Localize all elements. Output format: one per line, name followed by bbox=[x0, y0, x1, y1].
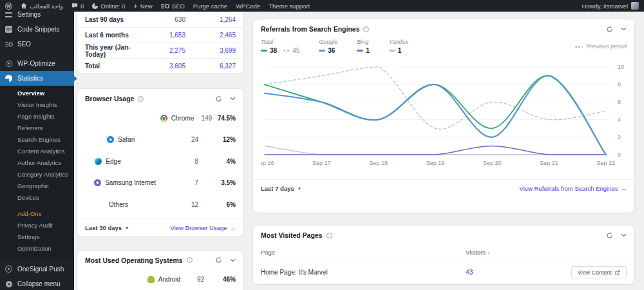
submenu-geographic[interactable]: Geographic bbox=[0, 180, 74, 191]
referrals-chart[interactable]: 0246810Sep 16Sep 17Sep 18Sep 19Sep 20Sep… bbox=[261, 59, 627, 179]
summary-views[interactable]: 3,699 bbox=[185, 47, 236, 54]
google-dash-icon bbox=[319, 50, 325, 52]
svg-text:Sep 22: Sep 22 bbox=[597, 160, 616, 166]
legend-bing[interactable]: Bing 1 bbox=[357, 39, 370, 54]
visitors-count-link[interactable]: 43 bbox=[466, 269, 571, 276]
chevron-down-icon[interactable] bbox=[230, 258, 236, 262]
submenu-author-analytics[interactable]: Author Analytics bbox=[0, 157, 74, 168]
view-browser-usage-link[interactable]: View Browser Usage → bbox=[170, 224, 236, 231]
right-column: Referrals from Search Engines i Total 38… bbox=[253, 12, 634, 290]
arrow-right-icon: → bbox=[230, 224, 236, 231]
os-row-android[interactable]: Android 92 46% bbox=[85, 272, 236, 287]
view-referrals-link[interactable]: View Referrals from Search Engines → bbox=[520, 185, 627, 192]
seo-label: SEO bbox=[172, 3, 185, 10]
comments-menu[interactable]: 0 bbox=[71, 3, 84, 10]
summary-label: Last 6 months bbox=[85, 32, 143, 39]
refresh-icon[interactable] bbox=[215, 95, 222, 102]
sidebar-item-collapse-menu[interactable]: Collapse menu bbox=[0, 276, 74, 290]
chevron-down-icon[interactable] bbox=[621, 27, 627, 31]
submenu-category-analytics[interactable]: Category Analytics bbox=[0, 168, 74, 180]
browser-row-chrome[interactable]: Chrome 149 74.5% bbox=[85, 110, 236, 126]
period-dropdown[interactable]: Last 30 days ▼ bbox=[85, 224, 129, 231]
browser-row-samsung-internet[interactable]: Samsung Internet 7 3.5% bbox=[85, 175, 236, 191]
submenu-search-engines[interactable]: Search Engines bbox=[0, 133, 74, 145]
submenu-visitor-insights[interactable]: Visitor Insights bbox=[0, 99, 74, 110]
svg-text:8: 8 bbox=[618, 81, 621, 88]
sidebar-item-code-snippets[interactable]: </> Code Snippets bbox=[0, 22, 74, 37]
submenu-devices[interactable]: Devices bbox=[0, 191, 74, 203]
refresh-icon[interactable] bbox=[215, 256, 222, 264]
sidebar-item-wp-optimize[interactable]: WP-Optimize bbox=[0, 56, 74, 71]
card-title: Most Used Operating Systems bbox=[85, 256, 183, 264]
sort-desc-icon: ↓ bbox=[488, 249, 491, 256]
submenu-referrers[interactable]: Referrers bbox=[0, 122, 74, 133]
theme-support-menu[interactable]: Theme support bbox=[269, 3, 310, 10]
sidebar-item-statistics[interactable]: Statistics bbox=[0, 71, 74, 86]
chrome-icon bbox=[160, 115, 167, 122]
submenu-settings[interactable]: Settings bbox=[0, 231, 74, 242]
info-icon[interactable]: i bbox=[363, 26, 369, 32]
legend-google[interactable]: Google 36 bbox=[319, 39, 337, 54]
column-page[interactable]: Page bbox=[261, 249, 466, 256]
column-visitors[interactable]: Visitors ↓ bbox=[466, 249, 627, 256]
legend-yandex[interactable]: Yandex 1 bbox=[389, 39, 408, 54]
sidebar-item-seo[interactable]: SEO bbox=[0, 37, 74, 52]
purge-cache-menu[interactable]: Purge cache bbox=[193, 3, 227, 10]
submenu-overview[interactable]: Overview bbox=[0, 87, 74, 99]
legend-value: 38 bbox=[270, 47, 277, 54]
submenu-add-ons[interactable]: Add-Ons bbox=[0, 208, 74, 219]
admin-bar: W واحة العجائب 0 Online: 0 + New SEO Pur… bbox=[0, 0, 644, 12]
wpcode-menu[interactable]: WPCode bbox=[236, 3, 260, 10]
browser-pct: 12% bbox=[198, 136, 236, 143]
online-menu[interactable]: Online: 0 bbox=[92, 3, 125, 10]
chevron-down-icon[interactable] bbox=[230, 97, 236, 101]
info-icon[interactable]: i bbox=[138, 96, 144, 102]
sidebar-item-onesignal[interactable]: OneSignal Push bbox=[0, 262, 74, 276]
summary-views[interactable]: 2,465 bbox=[185, 32, 236, 39]
browser-count: 8 bbox=[170, 158, 198, 165]
svg-text:Sep 20: Sep 20 bbox=[483, 160, 502, 166]
summary-label: Last 90 days bbox=[85, 16, 143, 23]
new-menu[interactable]: + New bbox=[133, 2, 152, 10]
refresh-icon[interactable] bbox=[606, 232, 613, 239]
table-row: Home Page: It's Marvel 43 View Content bbox=[253, 260, 634, 284]
summary-visitors[interactable]: 1,653 bbox=[143, 32, 185, 39]
submenu-optimization[interactable]: Optimization bbox=[0, 242, 74, 254]
summary-views[interactable]: 6,327 bbox=[185, 63, 236, 70]
info-icon[interactable]: i bbox=[187, 257, 193, 263]
site-name: واحة العجائب bbox=[30, 3, 63, 10]
howdy-menu[interactable]: Howdy, itsmarvel bbox=[582, 3, 628, 10]
summary-label: Total bbox=[85, 63, 143, 70]
legend-total[interactable]: Total 38 45 bbox=[261, 39, 299, 54]
wpcode-label: WPCode bbox=[236, 3, 260, 10]
sidebar-item-label: Settings bbox=[17, 11, 41, 18]
period-dropdown[interactable]: Last 7 days ▼ bbox=[261, 185, 301, 192]
summary-visitors[interactable]: 2,275 bbox=[143, 47, 185, 54]
link-label: View Referrals from Search Engines bbox=[520, 185, 618, 192]
view-content-button[interactable]: View Content bbox=[571, 266, 627, 278]
info-icon[interactable]: i bbox=[327, 233, 332, 238]
browser-row-others[interactable]: Others 12 6% bbox=[85, 197, 236, 212]
refresh-icon[interactable] bbox=[606, 26, 613, 33]
browser-row-edge[interactable]: Edge 8 4% bbox=[85, 153, 236, 169]
os-name: Android bbox=[158, 276, 180, 283]
summary-visitors[interactable]: 630 bbox=[143, 16, 185, 23]
admin-sidebar: Settings </> Code Snippets SEO WP-Optimi… bbox=[0, 12, 74, 290]
site-name-menu[interactable]: واحة العجائب bbox=[21, 3, 63, 10]
android-icon bbox=[147, 276, 155, 283]
submenu-privacy-audit[interactable]: Privacy Audit bbox=[0, 219, 74, 231]
wordpress-logo-icon[interactable]: W bbox=[5, 3, 12, 10]
user-avatar[interactable] bbox=[631, 2, 639, 10]
theme-support-label: Theme support bbox=[269, 3, 310, 10]
summary-row: Last 6 months 1,653 2,465 bbox=[77, 27, 243, 43]
submenu-page-insights[interactable]: Page Insights bbox=[0, 110, 74, 122]
summary-views[interactable]: 1,264 bbox=[185, 16, 236, 23]
seo-menu[interactable]: SEO bbox=[161, 3, 185, 10]
browser-row-safari[interactable]: Safari 24 12% bbox=[85, 132, 236, 148]
summary-visitors[interactable]: 3,605 bbox=[143, 63, 185, 70]
submenu-content-analytics[interactable]: Content Analytics bbox=[0, 145, 74, 157]
card-title: Referrals from Search Engines bbox=[261, 25, 359, 33]
browser-pct: 74.5% bbox=[212, 115, 236, 122]
chevron-down-icon[interactable] bbox=[621, 233, 627, 237]
seo-logo-icon bbox=[161, 3, 169, 9]
